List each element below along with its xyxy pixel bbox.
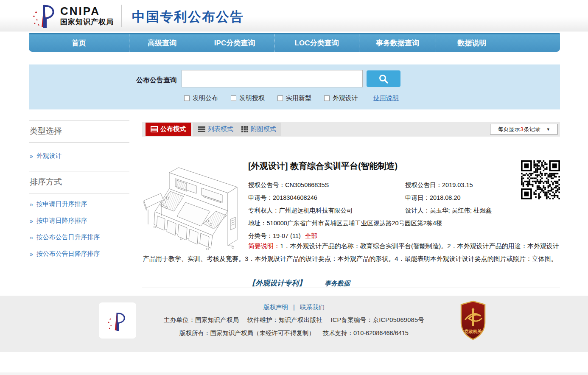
header: CNIPA 国家知识产权局 中国专利公布公告 <box>0 0 588 31</box>
field-value: 510000广东省广州市黄埔区云埔工业区观达路20号园区第2栋4楼 <box>267 219 442 227</box>
checkbox-label: 发明授权 <box>239 94 265 102</box>
view-mode-toolbar: 公布模式 列表模式 附图模式 每页显示3条记录 <box>142 122 560 137</box>
publication-mode-button[interactable]: 公布模式 <box>146 123 191 136</box>
sidebar-heading-type: 类型选择 <box>29 120 129 143</box>
field-row: 授权公告号：CN305066835S 授权公告日：2019.03.15 <box>248 179 560 191</box>
sidebar-item-sort-pubdate-desc[interactable]: » 按公布公告日降序排序 <box>29 246 129 262</box>
sidebar-link-label: 按申请日降序排序 <box>36 217 87 225</box>
search-button[interactable] <box>367 70 400 87</box>
sidebar-link-label: 外观设计 <box>36 152 62 160</box>
nav-item-transaction-search[interactable]: 事务数据查询 <box>359 34 436 52</box>
checkbox-utility-model[interactable]: 实用新型 <box>277 94 311 102</box>
sidebar: 类型选择 » 外观设计 排序方式 » 按申请日升序排序 » 按申请日降序排序 »… <box>29 120 129 266</box>
checkbox-invention-grant[interactable]: 发明授权 <box>231 94 265 102</box>
brief-description-label: 简要说明： <box>248 242 280 249</box>
sidebar-item-design[interactable]: » 外观设计 <box>29 148 129 164</box>
double-chevron-icon: » <box>30 201 33 208</box>
site-title: 中国专利公布公告 <box>132 8 244 26</box>
chevron-down-icon: ▼ <box>546 127 550 132</box>
patent-drawing-image[interactable] <box>143 160 242 251</box>
footer-organizer-line: 主办单位：国家知识产权局 软件维护：知识产权出版社 ICP备案编号：京ICP05… <box>0 316 588 324</box>
field-application-date: 申请日：2018.08.20 <box>405 194 461 202</box>
document-lines-icon <box>151 126 158 132</box>
nav-item-home[interactable]: 首页 <box>29 34 129 52</box>
list-icon <box>198 126 205 132</box>
field-label: 地址： <box>248 219 267 227</box>
field-label: 专利权人： <box>248 207 279 214</box>
field-value: 2018.08.20 <box>430 194 461 201</box>
checkbox-box[interactable] <box>184 95 190 101</box>
sidebar-item-sort-appdate-asc[interactable]: » 按申请日升序排序 <box>29 196 129 213</box>
header-inner: CNIPA 国家知识产权局 中国专利公布公告 <box>29 0 560 31</box>
copyright-statement-link[interactable]: 版权声明 <box>263 304 288 311</box>
patent-title-link[interactable]: [外观设计] 教育综合实训平台(智能制造) <box>248 160 560 172</box>
list-mode-button[interactable]: 列表模式 <box>193 123 238 136</box>
page-size-select[interactable]: 每页显示3条记录 ▼ <box>490 124 558 134</box>
usage-instructions-link[interactable]: 使用说明 <box>373 94 399 102</box>
badge-label: 党政机关 <box>464 329 482 334</box>
main-nav: 首页 高级查询 IPC分类查询 LOC分类查询 事务数据查询 数据说明 <box>29 33 560 52</box>
page-size-prefix: 每页显示 <box>498 126 520 133</box>
result-links: 【外观设计专利】 事务数据 <box>248 278 350 288</box>
brief-description: 简要说明：1．本外观设计产品的名称：教育综合实训平台(智能制造)。2．本外观设计… <box>143 240 559 265</box>
checkbox-box[interactable] <box>324 95 330 101</box>
header-divider <box>121 5 122 27</box>
footer-links-row: 版权声明 | 联系我们 <box>0 303 588 311</box>
double-chevron-icon: » <box>30 251 33 257</box>
main-content: 公布模式 列表模式 附图模式 每页显示3条记录 <box>142 122 560 288</box>
nav-item-advanced-search[interactable]: 高级查询 <box>129 34 195 52</box>
logo-org-name: 国家知识产权局 <box>60 17 114 27</box>
nav-item-loc-search[interactable]: LOC分类查询 <box>274 34 359 52</box>
footer: 版权声明 | 联系我们 主办单位：国家知识产权局 软件维护：知识产权出版社 IC… <box>0 296 588 352</box>
sidebar-item-sort-appdate-desc[interactable]: » 按申请日降序排序 <box>29 213 129 229</box>
checkbox-label: 外观设计 <box>333 94 358 102</box>
footer-text: 版权声明 | 联系我们 主办单位：国家知识产权局 软件维护：知识产权出版社 IC… <box>0 303 588 337</box>
checkbox-invention-publication[interactable]: 发明公布 <box>184 94 218 102</box>
result-item: [外观设计] 教育综合实训平台(智能制造) 授权公告号：CN305066835S… <box>142 137 560 288</box>
brief-description-text: 1．本外观设计产品的名称：教育综合实训平台(智能制造)。2．本外观设计产品的用途… <box>143 242 559 262</box>
field-value: CN305066835S <box>285 182 329 188</box>
search-label: 公布公告查询 <box>109 76 177 85</box>
contact-us-link[interactable]: 联系我们 <box>300 304 325 311</box>
double-chevron-icon: » <box>30 234 33 241</box>
field-value: 广州超远机电科技有限公司 <box>279 207 353 214</box>
checkbox-design[interactable]: 外观设计 <box>324 94 358 102</box>
government-badge[interactable]: 党政机关 <box>459 300 487 341</box>
sidebar-link-label: 按公布公告日降序排序 <box>36 250 100 258</box>
footer-copyright-line: 版权所有：国家知识产权局（未经许可不得复制） 技术支持：010-62086466… <box>0 329 588 337</box>
field-row: 专利权人：广州超远机电科技有限公司 设计人：吴玉华; 吴红伟; 杜煜鑫 <box>248 204 560 217</box>
search-icon <box>378 74 389 84</box>
design-patent-link[interactable]: 【外观设计专利】 <box>248 278 306 288</box>
nav-item-data-description[interactable]: 数据说明 <box>436 34 508 52</box>
grid-icon <box>241 126 248 132</box>
sidebar-type-links: » 外观设计 <box>29 143 129 171</box>
sidebar-sort-links: » 按申请日升序排序 » 按申请日降序排序 » 按公布公告日升序排序 » 按公布… <box>29 193 129 266</box>
footer-separator: | <box>293 304 295 311</box>
cnipa-logo-icon <box>32 3 58 29</box>
field-grant-number: 授权公告号：CN305066835S <box>248 181 405 189</box>
search-input[interactable] <box>182 70 363 87</box>
field-address: 地址：510000广东省广州市黄埔区云埔工业区观达路20号园区第2栋4楼 <box>248 217 560 229</box>
field-label: 分类号： <box>248 232 273 240</box>
sidebar-link-label: 按公布公告日升序排序 <box>36 233 100 241</box>
checkbox-box[interactable] <box>231 95 236 101</box>
field-label: 授权公告日： <box>405 182 442 188</box>
page: CNIPA 国家知识产权局 中国专利公布公告 首页 高级查询 IPC分类查询 L… <box>0 0 588 375</box>
field-value: 2018304608246 <box>273 194 317 201</box>
figure-mode-button[interactable]: 附图模式 <box>236 123 281 136</box>
field-label: 申请日： <box>405 194 430 201</box>
transaction-data-link[interactable]: 事务数据 <box>325 280 350 288</box>
bottom-strip <box>0 372 588 375</box>
classification-all-link[interactable]: 全部 <box>305 232 317 240</box>
nav-item-ipc-search[interactable]: IPC分类查询 <box>195 34 274 52</box>
mode-label: 公布模式 <box>160 125 186 133</box>
sidebar-item-sort-pubdate-asc[interactable]: » 按公布公告日升序排序 <box>29 229 129 246</box>
field-grant-date: 授权公告日：2019.03.15 <box>405 181 473 189</box>
logo-acronym: CNIPA <box>60 6 114 17</box>
search-type-row: 发明公布 发明授权 实用新型 外观设计 使用说明 <box>184 94 399 102</box>
field-application-number: 申请号：2018304608246 <box>248 194 405 202</box>
patent-details: [外观设计] 教育综合实训平台(智能制造) 授权公告号：CN305066835S… <box>248 160 560 242</box>
checkbox-box[interactable] <box>277 95 283 101</box>
field-value: 2019.03.15 <box>442 182 473 188</box>
field-label: 申请号： <box>248 194 273 201</box>
